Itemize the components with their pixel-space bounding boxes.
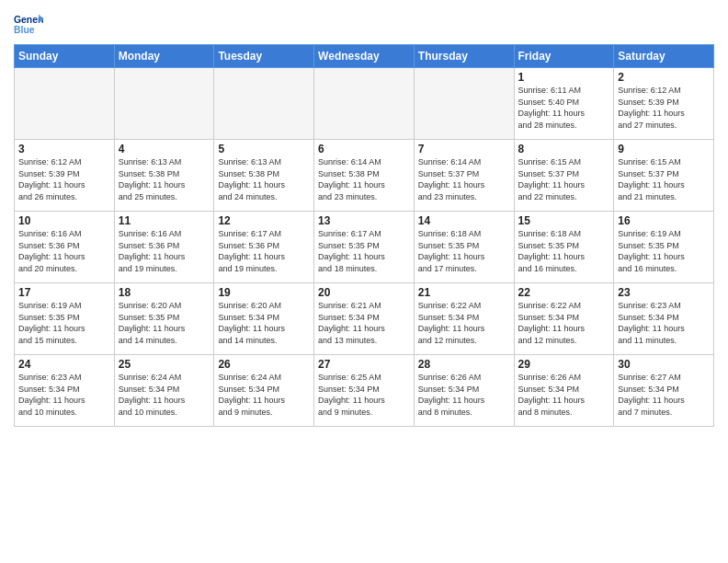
day-detail: Sunrise: 6:22 AM Sunset: 5:34 PM Dayligh… [418, 300, 510, 346]
svg-text:Blue: Blue [14, 25, 35, 35]
day-number: 26 [218, 358, 310, 371]
calendar-cell: 20Sunrise: 6:21 AM Sunset: 5:34 PM Dayli… [314, 283, 415, 355]
day-detail: Sunrise: 6:13 AM Sunset: 5:38 PM Dayligh… [119, 156, 210, 202]
weekday-header-thursday: Thursday [414, 45, 514, 68]
day-detail: Sunrise: 6:17 AM Sunset: 5:36 PM Dayligh… [218, 228, 310, 274]
day-detail: Sunrise: 6:13 AM Sunset: 5:38 PM Dayligh… [218, 156, 310, 202]
day-detail: Sunrise: 6:20 AM Sunset: 5:34 PM Dayligh… [218, 300, 310, 346]
day-detail: Sunrise: 6:24 AM Sunset: 5:34 PM Dayligh… [119, 372, 210, 418]
calendar-week-1: 1Sunrise: 6:11 AM Sunset: 5:40 PM Daylig… [15, 68, 714, 140]
day-detail: Sunrise: 6:12 AM Sunset: 5:39 PM Dayligh… [18, 156, 110, 202]
header: General Blue [14, 9, 714, 39]
calendar-cell: 12Sunrise: 6:17 AM Sunset: 5:36 PM Dayli… [214, 212, 314, 283]
weekday-header-sunday: Sunday [15, 45, 115, 68]
calendar-cell: 23Sunrise: 6:23 AM Sunset: 5:34 PM Dayli… [614, 283, 714, 355]
day-number: 5 [218, 143, 310, 155]
day-detail: Sunrise: 6:15 AM Sunset: 5:37 PM Dayligh… [618, 156, 710, 202]
calendar-week-3: 10Sunrise: 6:16 AM Sunset: 5:36 PM Dayli… [15, 212, 714, 283]
main-container: General Blue SundayMondayTuesdayWednesda… [0, 0, 728, 434]
day-detail: Sunrise: 6:21 AM Sunset: 5:34 PM Dayligh… [318, 300, 410, 346]
day-number: 9 [618, 143, 710, 155]
calendar-cell: 13Sunrise: 6:17 AM Sunset: 5:35 PM Dayli… [314, 212, 415, 283]
day-number: 22 [518, 286, 610, 299]
calendar-cell: 5Sunrise: 6:13 AM Sunset: 5:38 PM Daylig… [214, 140, 314, 212]
day-detail: Sunrise: 6:12 AM Sunset: 5:39 PM Dayligh… [618, 85, 710, 131]
day-detail: Sunrise: 6:25 AM Sunset: 5:34 PM Dayligh… [318, 372, 410, 418]
calendar-cell: 25Sunrise: 6:24 AM Sunset: 5:34 PM Dayli… [114, 355, 214, 427]
calendar-cell: 19Sunrise: 6:20 AM Sunset: 5:34 PM Dayli… [214, 283, 314, 355]
calendar-cell: 2Sunrise: 6:12 AM Sunset: 5:39 PM Daylig… [614, 68, 714, 140]
calendar-table: SundayMondayTuesdayWednesdayThursdayFrid… [14, 44, 714, 427]
day-number: 24 [18, 358, 110, 371]
calendar-cell: 9Sunrise: 6:15 AM Sunset: 5:37 PM Daylig… [614, 140, 714, 212]
day-detail: Sunrise: 6:23 AM Sunset: 5:34 PM Dayligh… [618, 300, 710, 346]
day-detail: Sunrise: 6:19 AM Sunset: 5:35 PM Dayligh… [618, 228, 710, 274]
day-number: 23 [618, 286, 710, 299]
day-detail: Sunrise: 6:26 AM Sunset: 5:34 PM Dayligh… [418, 372, 510, 418]
calendar-cell [314, 68, 415, 140]
day-detail: Sunrise: 6:16 AM Sunset: 5:36 PM Dayligh… [18, 228, 110, 274]
calendar-week-2: 3Sunrise: 6:12 AM Sunset: 5:39 PM Daylig… [15, 140, 714, 212]
day-number: 8 [518, 143, 610, 155]
day-number: 3 [18, 143, 110, 155]
calendar-cell: 27Sunrise: 6:25 AM Sunset: 5:34 PM Dayli… [314, 355, 415, 427]
day-detail: Sunrise: 6:18 AM Sunset: 5:35 PM Dayligh… [418, 228, 510, 274]
day-detail: Sunrise: 6:19 AM Sunset: 5:35 PM Dayligh… [18, 300, 110, 346]
calendar-cell: 1Sunrise: 6:11 AM Sunset: 5:40 PM Daylig… [514, 68, 614, 140]
day-number: 1 [518, 71, 610, 84]
calendar-cell [114, 68, 214, 140]
calendar-cell: 15Sunrise: 6:18 AM Sunset: 5:35 PM Dayli… [514, 212, 614, 283]
day-number: 29 [518, 358, 610, 371]
day-detail: Sunrise: 6:15 AM Sunset: 5:37 PM Dayligh… [518, 156, 610, 202]
calendar-cell: 30Sunrise: 6:27 AM Sunset: 5:34 PM Dayli… [614, 355, 714, 427]
day-number: 15 [518, 214, 610, 227]
day-number: 17 [18, 286, 110, 299]
day-detail: Sunrise: 6:16 AM Sunset: 5:36 PM Dayligh… [119, 228, 210, 274]
calendar-cell: 14Sunrise: 6:18 AM Sunset: 5:35 PM Dayli… [414, 212, 514, 283]
calendar-cell [15, 68, 115, 140]
day-number: 27 [318, 358, 410, 371]
calendar-cell: 3Sunrise: 6:12 AM Sunset: 5:39 PM Daylig… [15, 140, 115, 212]
calendar-week-5: 24Sunrise: 6:23 AM Sunset: 5:34 PM Dayli… [15, 355, 714, 427]
day-number: 28 [418, 358, 510, 371]
day-number: 2 [618, 71, 710, 84]
calendar-cell: 18Sunrise: 6:20 AM Sunset: 5:35 PM Dayli… [114, 283, 214, 355]
calendar-cell: 4Sunrise: 6:13 AM Sunset: 5:38 PM Daylig… [114, 140, 214, 212]
day-detail: Sunrise: 6:14 AM Sunset: 5:38 PM Dayligh… [318, 156, 410, 202]
calendar-cell: 6Sunrise: 6:14 AM Sunset: 5:38 PM Daylig… [314, 140, 415, 212]
day-detail: Sunrise: 6:20 AM Sunset: 5:35 PM Dayligh… [119, 300, 210, 346]
day-number: 21 [418, 286, 510, 299]
day-number: 30 [618, 358, 710, 371]
day-number: 20 [318, 286, 410, 299]
day-number: 12 [218, 214, 310, 227]
day-number: 11 [119, 214, 210, 227]
weekday-header-monday: Monday [114, 45, 214, 68]
calendar-cell: 26Sunrise: 6:24 AM Sunset: 5:34 PM Dayli… [214, 355, 314, 427]
day-number: 19 [218, 286, 310, 299]
weekday-header-friday: Friday [514, 45, 614, 68]
weekday-header-tuesday: Tuesday [214, 45, 314, 68]
day-number: 10 [18, 214, 110, 227]
calendar-cell [214, 68, 314, 140]
day-detail: Sunrise: 6:17 AM Sunset: 5:35 PM Dayligh… [318, 228, 410, 274]
calendar-cell: 7Sunrise: 6:14 AM Sunset: 5:37 PM Daylig… [414, 140, 514, 212]
calendar-cell [414, 68, 514, 140]
calendar-cell: 16Sunrise: 6:19 AM Sunset: 5:35 PM Dayli… [614, 212, 714, 283]
day-detail: Sunrise: 6:22 AM Sunset: 5:34 PM Dayligh… [518, 300, 610, 346]
weekday-header-row: SundayMondayTuesdayWednesdayThursdayFrid… [15, 45, 714, 68]
day-number: 6 [318, 143, 410, 155]
day-number: 25 [119, 358, 210, 371]
calendar-week-4: 17Sunrise: 6:19 AM Sunset: 5:35 PM Dayli… [15, 283, 714, 355]
day-number: 14 [418, 214, 510, 227]
calendar-cell: 24Sunrise: 6:23 AM Sunset: 5:34 PM Dayli… [15, 355, 115, 427]
day-number: 16 [618, 214, 710, 227]
calendar-cell: 21Sunrise: 6:22 AM Sunset: 5:34 PM Dayli… [414, 283, 514, 355]
calendar-cell: 28Sunrise: 6:26 AM Sunset: 5:34 PM Dayli… [414, 355, 514, 427]
day-detail: Sunrise: 6:18 AM Sunset: 5:35 PM Dayligh… [518, 228, 610, 274]
day-number: 7 [418, 143, 510, 155]
day-number: 4 [119, 143, 210, 155]
day-detail: Sunrise: 6:27 AM Sunset: 5:34 PM Dayligh… [618, 372, 710, 418]
day-detail: Sunrise: 6:14 AM Sunset: 5:37 PM Dayligh… [418, 156, 510, 202]
calendar-cell: 10Sunrise: 6:16 AM Sunset: 5:36 PM Dayli… [15, 212, 115, 283]
day-detail: Sunrise: 6:11 AM Sunset: 5:40 PM Dayligh… [518, 85, 610, 131]
